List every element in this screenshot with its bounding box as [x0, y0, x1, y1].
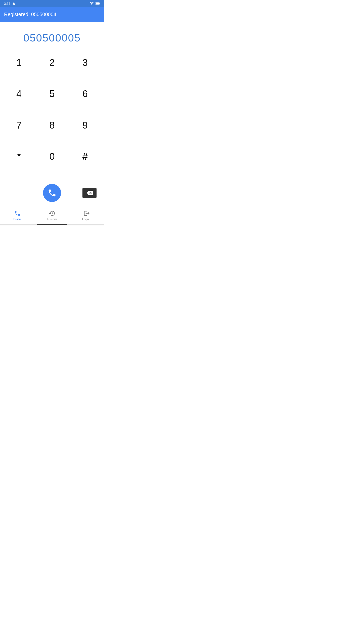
key-3[interactable]: 3	[69, 51, 102, 74]
svg-rect-1	[96, 3, 99, 5]
key-hash[interactable]: #	[69, 145, 102, 168]
call-button[interactable]	[43, 184, 61, 202]
nav-dialer-label: Dialer	[13, 218, 21, 221]
svg-rect-2	[99, 3, 100, 4]
backspace-icon	[87, 190, 93, 196]
key-9[interactable]: 9	[69, 114, 102, 137]
phone-display-area: 050500005	[0, 22, 104, 46]
registered-text: Registered: 050500004	[4, 12, 56, 17]
key-1[interactable]: 1	[3, 51, 35, 74]
key-8[interactable]: 8	[35, 114, 68, 137]
logout-nav-icon	[83, 210, 90, 217]
nav-history-label: History	[47, 218, 57, 221]
nav-history[interactable]: History	[35, 207, 69, 224]
key-2[interactable]: 2	[35, 51, 68, 74]
nav-dialer[interactable]: Dialer	[0, 207, 35, 224]
action-row	[0, 182, 104, 207]
battery-icon	[96, 2, 100, 5]
key-6[interactable]: 6	[69, 83, 102, 105]
key-5[interactable]: 5	[35, 83, 68, 105]
dialpad: 1 2 3 4 5 6 7 8 9 * 0 #	[0, 46, 104, 182]
phone-nav-icon	[14, 210, 21, 217]
key-star[interactable]: *	[3, 145, 35, 168]
key-4[interactable]: 4	[3, 83, 35, 105]
history-nav-icon	[49, 210, 55, 217]
backspace-button[interactable]	[82, 188, 97, 198]
status-left: 3:37	[4, 2, 16, 6]
nav-logout[interactable]: Logout	[69, 207, 104, 224]
call-icon	[48, 188, 57, 197]
home-indicator-bar	[37, 224, 67, 225]
key-7[interactable]: 7	[3, 114, 35, 137]
main-content: 050500005 1 2 3 4 5 6 7 8 9 * 0 #	[0, 22, 104, 207]
home-indicator	[0, 224, 104, 225]
status-time: 3:37	[4, 2, 10, 6]
wifi-icon	[89, 2, 94, 5]
status-right	[89, 2, 100, 5]
status-bar: 3:37	[0, 0, 104, 7]
nav-logout-label: Logout	[82, 218, 92, 221]
bottom-nav: Dialer History Logout	[0, 207, 104, 224]
key-0[interactable]: 0	[35, 145, 68, 168]
phone-number-display[interactable]: 050500005	[4, 32, 100, 46]
navigation-icon	[12, 2, 16, 6]
app-header: Registered: 050500004	[0, 7, 104, 22]
